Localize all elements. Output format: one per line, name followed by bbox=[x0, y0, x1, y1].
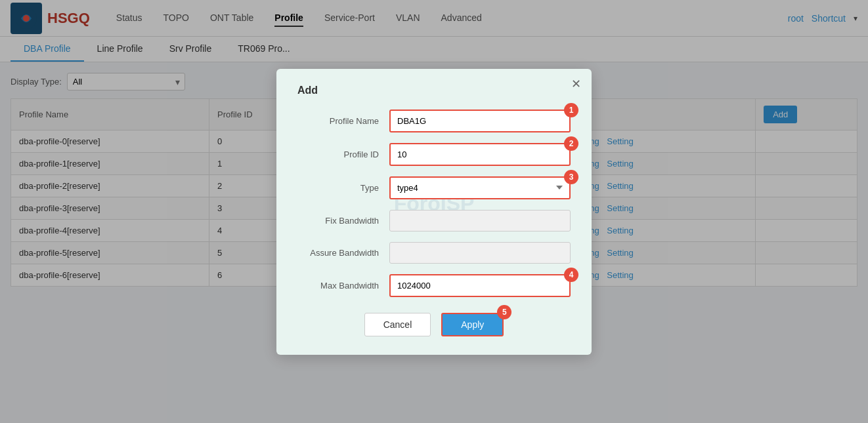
max-bandwidth-input[interactable] bbox=[389, 274, 571, 297]
modal-overlay: Add ✕ ForoISP Profile Name 1 Profile ID bbox=[0, 0, 868, 297]
add-modal: Add ✕ ForoISP Profile Name 1 Profile ID bbox=[276, 69, 592, 298]
assure-bandwidth-row: Assure Bandwidth bbox=[297, 242, 571, 264]
step-3-badge: 3 bbox=[564, 170, 578, 184]
profile-id-row: Profile ID 2 bbox=[297, 143, 571, 166]
profile-id-label: Profile ID bbox=[297, 150, 389, 159]
assure-bandwidth-input[interactable] bbox=[389, 242, 571, 264]
type-row: Type type1 type2 type3 type4 type5 3 bbox=[297, 176, 571, 199]
modal-body: ForoISP Profile Name 1 Profile ID 2 bbox=[297, 110, 571, 297]
step-1-badge: 1 bbox=[564, 103, 578, 117]
step-2-badge: 2 bbox=[564, 136, 578, 151]
type-field-wrapper: type1 type2 type3 type4 type5 3 bbox=[389, 176, 571, 199]
assure-bandwidth-label: Assure Bandwidth bbox=[297, 248, 389, 258]
type-label: Type bbox=[297, 183, 389, 193]
modal-title: Add bbox=[297, 85, 571, 96]
profile-name-field-wrapper: 1 bbox=[389, 110, 571, 132]
step-4-badge: 4 bbox=[564, 268, 578, 282]
fix-bandwidth-input[interactable] bbox=[389, 210, 571, 232]
form-section: Profile Name 1 Profile ID 2 Ty bbox=[297, 110, 571, 297]
fix-bandwidth-row: Fix Bandwidth bbox=[297, 210, 571, 232]
max-bandwidth-label: Max Bandwidth bbox=[297, 281, 389, 291]
max-bandwidth-field-wrapper: 4 bbox=[389, 274, 571, 297]
profile-id-input[interactable] bbox=[389, 143, 571, 166]
profile-name-input[interactable] bbox=[389, 110, 571, 132]
modal-close-button[interactable]: ✕ bbox=[571, 77, 581, 91]
fix-bandwidth-label: Fix Bandwidth bbox=[297, 216, 389, 226]
max-bandwidth-row: Max Bandwidth 4 bbox=[297, 274, 571, 297]
profile-name-row: Profile Name 1 bbox=[297, 110, 571, 132]
type-select[interactable]: type1 type2 type3 type4 type5 bbox=[389, 176, 571, 199]
profile-id-field-wrapper: 2 bbox=[389, 143, 571, 166]
profile-name-label: Profile Name bbox=[297, 116, 389, 126]
